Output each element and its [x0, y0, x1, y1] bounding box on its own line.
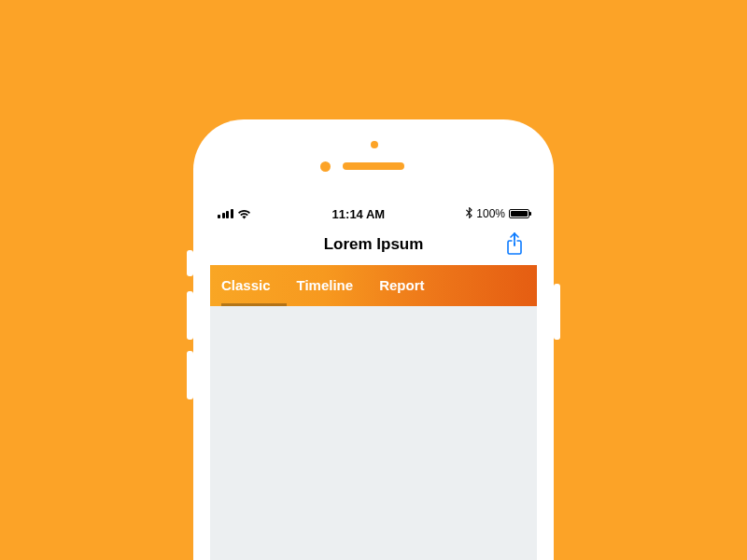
wifi-icon [237, 209, 251, 219]
phone-speaker [343, 162, 404, 170]
phone-camera-dot [320, 161, 331, 172]
phone-sensor-dot [371, 141, 378, 148]
tab-report[interactable]: Report [379, 265, 424, 306]
phone-side-button [187, 250, 193, 276]
cellular-signal-icon [218, 209, 233, 218]
content-area [210, 306, 537, 560]
nav-bar: Lorem Ipsum [210, 224, 537, 265]
tab-timeline[interactable]: Timeline [297, 265, 354, 306]
share-icon [505, 232, 524, 257]
battery-percent: 100% [476, 207, 505, 220]
phone-side-button [187, 351, 193, 399]
status-time: 11:14 AM [332, 207, 386, 221]
phone-side-button [187, 291, 193, 340]
battery-icon [509, 209, 529, 218]
status-bar: 11:14 AM 100% [210, 203, 537, 224]
tab-classic[interactable]: Classic [221, 265, 271, 306]
tab-bar: Classic Timeline Report [210, 265, 537, 306]
phone-screen: 11:14 AM 100% Lorem Ipsum Classic Timel [210, 203, 537, 560]
bluetooth-icon [466, 207, 472, 220]
tab-active-indicator [221, 303, 287, 306]
share-button[interactable] [501, 231, 528, 258]
page-title: Lorem Ipsum [324, 235, 424, 254]
phone-side-button [554, 284, 560, 340]
